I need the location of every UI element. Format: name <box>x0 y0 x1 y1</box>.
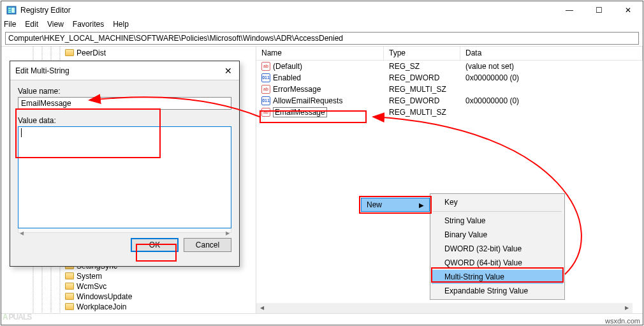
folder-icon <box>65 272 74 279</box>
tree-item-windowsupdate[interactable]: WindowsUpdate <box>1 292 256 302</box>
header-type[interactable]: Type <box>384 47 460 60</box>
svg-rect-3 <box>8 11 11 13</box>
list-header: Name Type Data <box>256 47 643 61</box>
tree-item-peerdist[interactable]: PeerDist <box>1 48 256 58</box>
string-icon <box>261 62 270 71</box>
chevron-right-icon: ▶ <box>419 202 424 209</box>
folder-icon <box>65 49 74 56</box>
menu-view[interactable]: View <box>47 20 64 29</box>
dword-icon <box>261 73 270 82</box>
list-row-allowemail[interactable]: AllowEmailRequests REG_DWORD 0x00000000 … <box>256 95 643 107</box>
close-button[interactable]: ✕ <box>613 1 643 19</box>
tree-item-workplacejoin[interactable]: WorkplaceJoin <box>1 302 256 312</box>
ok-button[interactable]: OK <box>131 238 179 252</box>
svg-rect-4 <box>11 8 15 13</box>
header-data[interactable]: Data <box>460 47 643 60</box>
menu-binary-value[interactable]: Binary Value <box>432 228 563 242</box>
menu-multistring-value[interactable]: Multi-String Value <box>432 270 563 284</box>
statusbar <box>1 313 643 325</box>
menu-key[interactable]: Key <box>432 195 563 209</box>
menu-qword-value[interactable]: QWORD (64-bit) Value <box>432 256 563 270</box>
tree-item-wcmsvc[interactable]: WcmSvc <box>1 281 256 292</box>
address-bar[interactable]: Computer\HKEY_LOCAL_MACHINE\SOFTWARE\Pol… <box>5 32 639 45</box>
maximize-button[interactable]: ☐ <box>584 1 613 19</box>
svg-rect-1 <box>8 8 11 9</box>
separator <box>433 211 562 212</box>
dialog-title: Edit Multi-String <box>15 66 217 75</box>
value-name-input[interactable] <box>18 97 231 110</box>
cancel-button[interactable]: Cancel <box>184 238 231 252</box>
menu-expandable-string[interactable]: Expandable String Value <box>432 284 563 298</box>
header-name[interactable]: Name <box>256 47 384 60</box>
edit-multistring-dialog: Edit Multi-String ✕ Value name: Value da… <box>10 61 240 267</box>
context-new-item[interactable]: New ▶ <box>361 198 430 212</box>
list-row-default[interactable]: (Default) REG_SZ (value not set) <box>256 61 643 72</box>
regedit-icon <box>6 5 17 15</box>
string-icon <box>261 85 270 94</box>
list-row-errormessage[interactable]: ErrorMessage REG_MULTI_SZ <box>256 84 643 95</box>
menu-favorites[interactable]: Favorites <box>73 20 104 29</box>
list-row-enabled[interactable]: Enabled REG_DWORD 0x00000000 (0) <box>256 72 643 84</box>
menu-file[interactable]: File <box>4 20 16 29</box>
menu-help[interactable]: Help <box>113 20 129 29</box>
dialog-close-button[interactable]: ✕ <box>217 66 239 76</box>
list-row-emailmessage[interactable]: EmailMessage REG_MULTI_SZ <box>256 107 643 118</box>
window-title: Registry Editor <box>20 6 555 15</box>
value-data-label: Value data: <box>18 116 231 125</box>
watermark: A PUALS <box>3 307 31 323</box>
new-submenu: Key String Value Binary Value DWORD (32-… <box>430 193 565 300</box>
folder-icon <box>65 303 74 310</box>
menu-edit[interactable]: Edit <box>25 20 38 29</box>
menubar: File Edit View Favorites Help <box>1 19 643 30</box>
scroll-right-icon[interactable]: ▶ <box>622 304 631 313</box>
value-name-label: Value name: <box>18 87 231 96</box>
menu-dword-value[interactable]: DWORD (32-bit) Value <box>432 242 563 256</box>
value-data-textarea[interactable] <box>18 126 231 228</box>
dword-icon <box>261 96 270 105</box>
rename-input[interactable]: EmailMessage <box>273 107 327 117</box>
new-label: New <box>367 200 382 209</box>
tree-item-system[interactable]: System <box>1 271 256 281</box>
titlebar[interactable]: Registry Editor — ☐ ✕ <box>1 1 643 19</box>
address-text: Computer\HKEY_LOCAL_MACHINE\SOFTWARE\Pol… <box>8 34 343 43</box>
credit-text: wsxdn.com <box>605 317 640 325</box>
folder-icon <box>65 283 74 290</box>
scroll-left-icon[interactable]: ◀ <box>258 304 267 313</box>
scrollbar-horizontal[interactable]: ◀ ▶ <box>256 303 633 313</box>
minimize-button[interactable]: — <box>555 1 584 19</box>
string-icon <box>261 108 270 117</box>
folder-icon <box>65 293 74 300</box>
svg-rect-2 <box>8 10 11 11</box>
menu-string-value[interactable]: String Value <box>432 214 563 228</box>
